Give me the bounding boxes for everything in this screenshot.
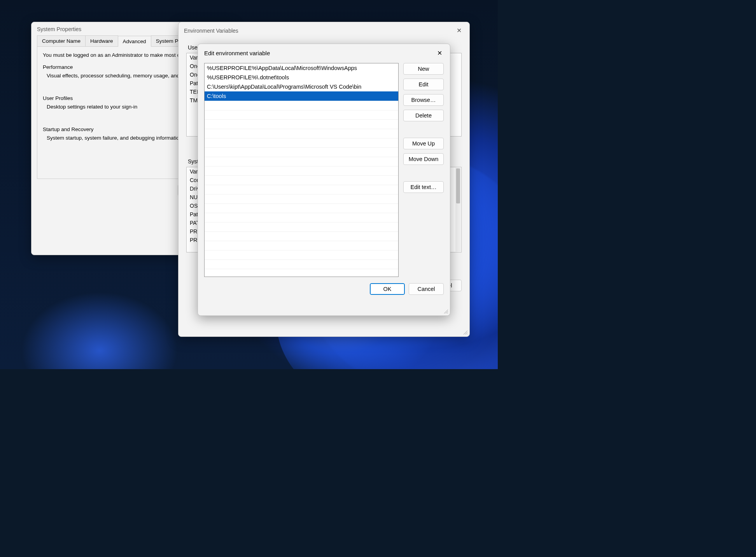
browse-button[interactable]: Browse…	[403, 94, 444, 106]
empty-row	[205, 203, 398, 213]
empty-row	[205, 138, 398, 147]
empty-row	[205, 110, 398, 119]
empty-row	[205, 185, 398, 194]
tab-advanced[interactable]: Advanced	[118, 36, 151, 47]
empty-row	[205, 241, 398, 250]
path-entry[interactable]: C:\tools	[205, 91, 398, 101]
tab-computer-name[interactable]: Computer Name	[37, 35, 86, 46]
empty-row	[205, 129, 398, 138]
empty-row	[205, 222, 398, 231]
tab-hardware[interactable]: Hardware	[85, 35, 118, 46]
dialog-title: Edit environment variable	[204, 50, 270, 56]
path-entry[interactable]: C:\Users\kipt\AppData\Local\Programs\Mic…	[205, 82, 398, 91]
title-bar[interactable]: Environment Variables ✕	[178, 22, 469, 38]
window-title: Environment Variables	[184, 28, 238, 34]
move-up-button[interactable]: Move Up	[403, 138, 444, 149]
close-icon[interactable]: ✕	[454, 26, 464, 35]
ok-button[interactable]: OK	[370, 283, 405, 295]
delete-button[interactable]: Delete	[403, 110, 444, 121]
title-bar[interactable]: Edit environment variable ✕	[198, 44, 450, 61]
empty-row	[205, 213, 398, 222]
scroll-thumb[interactable]	[456, 168, 460, 203]
empty-row	[205, 119, 398, 129]
window-title: System Properties	[37, 26, 81, 32]
empty-row	[205, 194, 398, 203]
path-entry[interactable]: %USERPROFILE%\.dotnet\tools	[205, 73, 398, 82]
path-entries-listbox[interactable]: %USERPROFILE%\AppData\Local\Microsoft\Wi…	[204, 63, 399, 277]
empty-row	[205, 175, 398, 185]
empty-row	[205, 166, 398, 175]
empty-row	[205, 157, 398, 166]
move-down-button[interactable]: Move Down	[403, 153, 444, 165]
empty-row	[205, 250, 398, 259]
resize-grip[interactable]	[443, 308, 448, 314]
empty-row	[205, 231, 398, 241]
path-entry[interactable]: %USERPROFILE%\AppData\Local\Microsoft\Wi…	[205, 63, 398, 73]
close-icon[interactable]: ✕	[435, 49, 444, 58]
svg-line-5	[447, 313, 448, 314]
empty-row	[205, 147, 398, 157]
edit-environment-variable-dialog: Edit environment variable ✕ %USERPROFILE…	[198, 44, 450, 316]
resize-grip[interactable]	[462, 329, 468, 335]
edit-text-button[interactable]: Edit text…	[403, 181, 444, 193]
svg-line-2	[467, 334, 467, 335]
new-button[interactable]: New	[403, 63, 444, 75]
empty-row	[205, 101, 398, 110]
edit-button[interactable]: Edit	[403, 79, 444, 90]
side-button-column: New Edit Browse… Delete Move Up Move Dow…	[403, 63, 444, 277]
cancel-button[interactable]: Cancel	[409, 283, 444, 295]
empty-row	[205, 269, 398, 277]
scrollbar[interactable]	[455, 168, 461, 252]
empty-row	[205, 259, 398, 269]
